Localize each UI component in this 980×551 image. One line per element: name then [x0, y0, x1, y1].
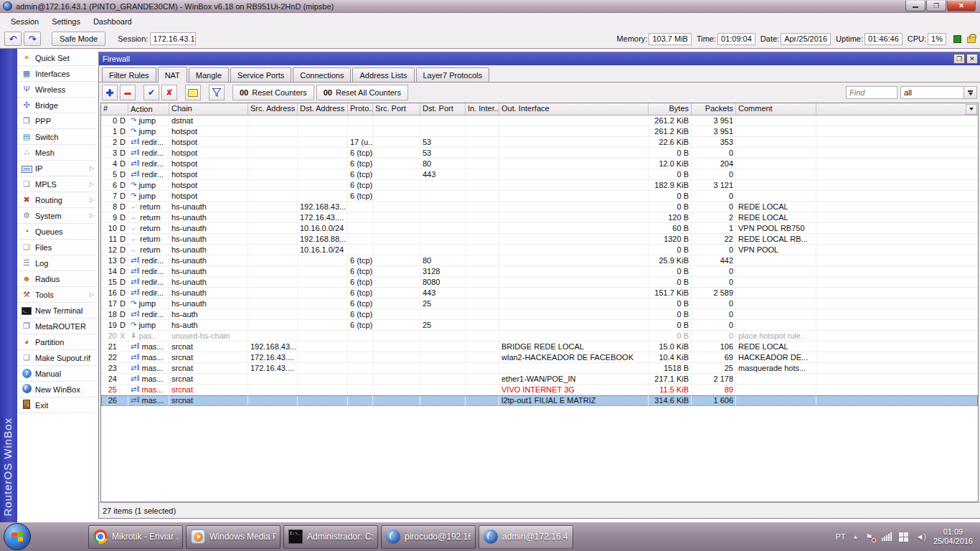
reset-all-counters-button[interactable]: 00Reset All Counters [316, 85, 408, 100]
sidebar-item-radius[interactable]: ☻Radius [17, 271, 96, 287]
table-row[interactable]: 18D⇄‖redir...hs-auth6 (tcp)0 B0 [101, 309, 978, 320]
remove-rule-button[interactable]: ▬ [120, 85, 136, 100]
table-row[interactable]: 8D←returnhs-unauth192.168.43...0 B0REDE … [101, 202, 978, 212]
col-header-proto[interactable]: Proto... [348, 103, 373, 115]
sidebar-item-ppp[interactable]: ❐PPP [17, 113, 96, 129]
col-header-[interactable]: # [101, 103, 128, 115]
table-row[interactable]: 4D⇄‖redir...hotspot6 (tcp)8012.0 KiB204 [101, 159, 978, 169]
filter-button[interactable] [209, 85, 225, 100]
table-row[interactable]: 15D⇄‖redir...hs-unauth6 (tcp)80800 B0 [101, 277, 978, 288]
col-header-packets[interactable]: Packets [692, 103, 736, 115]
filter-select[interactable]: all [900, 86, 963, 99]
sidebar-item-wireless[interactable]: ΨWireless [17, 82, 96, 98]
table-row[interactable]: 14D⇄‖redir...hs-unauth6 (tcp)31280 B0 [101, 266, 978, 277]
sidebar-item-routing[interactable]: ✖Routing▷ [17, 192, 96, 208]
table-row[interactable]: 16D⇄‖redir...hs-unauth6 (tcp)443151.7 Ki… [101, 288, 978, 298]
table-row[interactable]: 21⇄‖mas...srcnat192.168.43...BRIDGE REDE… [101, 342, 978, 352]
sidebar-item-interfaces[interactable]: ▦Interfaces [17, 66, 96, 82]
find-input[interactable] [846, 86, 897, 99]
close-button[interactable]: ✕ [947, 1, 976, 11]
col-header-comment[interactable]: Comment [736, 103, 816, 115]
session-value[interactable]: 172.16.43.1 [150, 32, 196, 45]
col-header-chain[interactable]: Chain [169, 103, 248, 115]
sidebar-item-partition[interactable]: ◕Partition [17, 334, 96, 350]
table-row[interactable]: 22⇄‖mas...srcnat172.16.43....wlan2-HACKE… [101, 352, 978, 363]
table-row[interactable]: 23⇄‖mas...srcnat172.16.43....1518 B25mas… [101, 363, 978, 374]
add-rule-button[interactable]: ✚ [102, 85, 118, 100]
col-header-dst-address[interactable]: Dst. Address [298, 103, 348, 115]
col-header-dst-port[interactable]: Dst. Port [420, 103, 466, 115]
reset-counters-button[interactable]: 00Reset Counters [232, 85, 314, 100]
sidebar-item-exit[interactable]: Exit [17, 397, 96, 413]
col-header-src-address[interactable]: Src. Address [248, 103, 298, 115]
filter-dropdown-button[interactable] [963, 86, 977, 99]
comment-button[interactable] [185, 85, 201, 100]
table-row[interactable]: 13D⇄‖redir...hs-unauth6 (tcp)8025.9 KiB4… [101, 255, 978, 266]
col-header-in-inter[interactable]: In. Inter... [466, 103, 499, 115]
col-header-out-interface[interactable]: Out. Interface [499, 103, 649, 115]
table-row[interactable]: 5D⇄‖redir...hotspot6 (tcp)4430 B0 [101, 169, 978, 180]
table-row[interactable]: 17D↷jumphs-unauth6 (tcp)250 B0 [101, 298, 978, 309]
table-row[interactable]: 11D←returnhs-unauth192.168.88...1320 B22… [101, 234, 978, 245]
tab-connections[interactable]: Connections [293, 67, 351, 82]
sidebar-item-tools[interactable]: ⚒Tools▷ [17, 287, 96, 303]
sidebar-item-switch[interactable]: ▤Switch [17, 129, 96, 145]
tab-nat[interactable]: NAT [158, 67, 187, 83]
taskbar-button-admin-172-16-43[interactable]: admin@172.16.43... [479, 525, 573, 549]
sidebar-item-mpls[interactable]: ❏MPLS▷ [17, 176, 96, 192]
undo-button[interactable]: ↶ [4, 32, 22, 46]
sidebar-item-queues[interactable]: ◔Queues [17, 224, 96, 240]
signal-bars-icon[interactable] [882, 532, 892, 541]
speaker-icon[interactable]: ◄) [915, 532, 926, 541]
col-header-action[interactable]: Action [128, 103, 169, 115]
sidebar-item-make-supout-rif[interactable]: ❏Make Supout.rif [17, 350, 96, 366]
firewall-restore-button[interactable]: ❐ [953, 54, 965, 64]
safe-mode-button[interactable]: Safe Mode [52, 32, 105, 46]
sidebar-item-quick-set[interactable]: ✶Quick Set [17, 50, 96, 66]
table-row[interactable]: 26⇄‖mas...srcnatl2tp-out1 FILIAL E MATRI… [101, 395, 978, 406]
firewall-close-button[interactable]: ✕ [966, 54, 978, 64]
start-button[interactable] [4, 523, 31, 550]
tray-expand-icon[interactable]: ▲ [852, 534, 858, 540]
tab-service-ports[interactable]: Service Ports [230, 67, 291, 82]
sidebar-item-new-terminal[interactable]: ›_New Terminal [17, 303, 96, 319]
col-header-bytes[interactable]: Bytes [649, 103, 692, 115]
taskbar-button-windows-media-p[interactable]: Windows Media P... [186, 525, 281, 549]
table-row[interactable]: 3D⇄‖redir...hotspot6 (tcp)530 B0 [101, 148, 978, 159]
tab-layer7-protocols[interactable]: Layer7 Protocols [416, 67, 490, 82]
table-row[interactable]: 0D↷jumpdstnat261.2 KiB3 951 [101, 116, 978, 126]
taskbar-button-mikrotik-enviar[interactable]: Mikrotik - Enviar ... [88, 525, 183, 549]
sidebar-item-ip[interactable]: 255IP▷ [17, 161, 96, 176]
table-row[interactable]: 20X⇓pas...unused-hs-chain0 B0place hotsp… [101, 331, 978, 342]
table-row[interactable]: 6D↷jumphotspot6 (tcp)182.9 KiB3 121 [101, 180, 978, 191]
table-row[interactable]: 19D↷jumphs-auth6 (tcp)250 B0 [101, 320, 978, 331]
menu-item-dashboard[interactable]: Dashboard [87, 15, 138, 28]
table-row[interactable]: 9D←returnhs-unauth172.16.43....120 B2RED… [101, 212, 978, 223]
col-header-src-port[interactable]: Src. Port [373, 103, 420, 115]
sidebar-item-system[interactable]: ⚙System▷ [17, 208, 96, 224]
sidebar-item-files[interactable]: ❏Files [17, 240, 96, 255]
enable-rule-button[interactable]: ✔ [143, 85, 159, 100]
table-row[interactable]: 10D←returnhs-unauth10.16.0.0/2460 B1VPN … [101, 223, 978, 234]
tab-mangle[interactable]: Mangle [189, 67, 229, 82]
sidebar-item-new-winbox[interactable]: New WinBox [17, 382, 96, 397]
table-row[interactable]: 7D↷jumphotspot6 (tcp)0 B0 [101, 191, 978, 202]
language-indicator[interactable]: PT [835, 532, 845, 541]
table-row[interactable]: 1D↷jumphotspot261.2 KiB3 951 [101, 126, 978, 137]
tab-filter-rules[interactable]: Filter Rules [102, 67, 156, 82]
table-row[interactable]: 12D←returnhs-unauth10.16.1.0/240 B0VPN P… [101, 245, 978, 255]
redo-button[interactable]: ↷ [24, 32, 41, 46]
sidebar-item-bridge[interactable]: ✣Bridge [17, 98, 96, 113]
table-row[interactable]: 24⇄‖mas...srcnatether1-WAN/POE_IN217.1 K… [101, 374, 978, 385]
network-icon[interactable] [899, 532, 908, 542]
restore-button[interactable]: ❐ [926, 1, 946, 11]
sidebar-item-mesh[interactable]: ∴Mesh [17, 145, 96, 161]
sidebar-item-metarouter[interactable]: ❐MetaROUTER [17, 319, 96, 334]
sidebar-item-manual[interactable]: ?Manual [17, 366, 96, 382]
table-row[interactable]: 2D⇄‖redir...hotspot17 (u...5322.6 KiB353 [101, 137, 978, 148]
disable-rule-button[interactable]: ✘ [161, 85, 177, 100]
firewall-titlebar[interactable]: Firewall ❐ ✕ [99, 52, 980, 65]
taskbar-button-pirocudo-192-16[interactable]: pirocudo@192.16... [381, 525, 476, 549]
menu-item-session[interactable]: Session [4, 15, 45, 28]
taskbar-clock[interactable]: 01:09 25/04/2016 [933, 527, 973, 546]
